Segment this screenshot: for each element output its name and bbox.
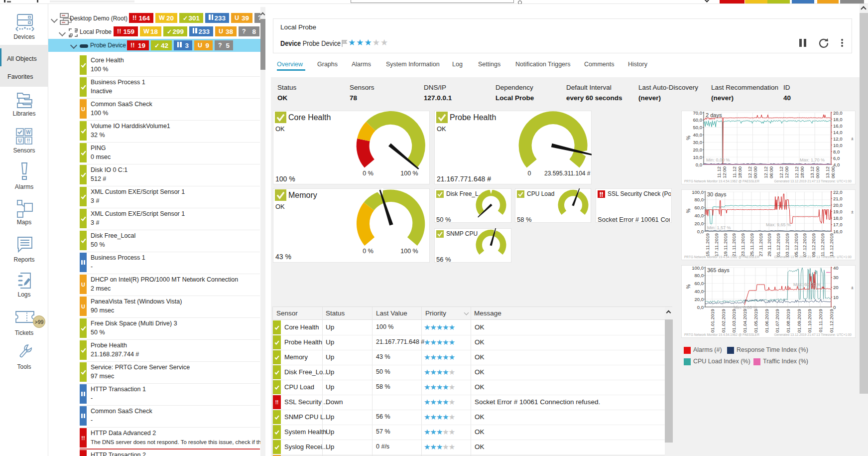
svg-text:70,0: 70,0 — [693, 111, 703, 116]
svg-text:40,0: 40,0 — [695, 213, 704, 218]
svg-text:13.12.2019: 13.12.2019 — [829, 233, 834, 257]
svg-text:12.12: 12.12 — [747, 166, 752, 178]
svg-text:11.12: 11.12 — [732, 166, 737, 178]
svg-text:01.12.2019: 01.12.2019 — [775, 233, 781, 257]
svg-text:Min: 1,57 %: Min: 1,57 % — [707, 225, 731, 230]
svg-text:40,0: 40,0 — [693, 132, 703, 138]
svg-text:10,0: 10,0 — [693, 154, 703, 160]
svg-text:Max: 1,70 %: Max: 1,70 % — [800, 157, 825, 162]
svg-text:20,0: 20,0 — [695, 221, 704, 226]
svg-text:11.12.2019: 11.12.2019 — [820, 233, 825, 257]
svg-text:09.12.2019: 09.12.2019 — [811, 233, 816, 257]
svg-text:00:00: 00:00 — [815, 166, 820, 178]
svg-text:01.06.2019: 01.06.2019 — [764, 309, 769, 333]
svg-text:±: ± — [851, 136, 854, 141]
svg-text:PRTG Network Monitor 19.4.54.1: PRTG Network Monitor 19.4.54.1962 @ PAES… — [684, 179, 759, 183]
svg-text:01.09.2019: 01.09.2019 — [796, 309, 802, 333]
svg-text:20: 20 — [833, 285, 839, 290]
svg-text:06:00: 06:00 — [768, 166, 774, 178]
svg-text:17.11.2019: 17.11.2019 — [714, 233, 719, 257]
svg-text:PRTG Network Monitor 19.4.54.1: PRTG Network Monitor 19.4.54.1962 @ PAES… — [684, 333, 759, 336]
svg-text:01.08.2019: 01.08.2019 — [785, 309, 791, 333]
svg-text:Max: 9,65 %: Max: 9,65 % — [766, 222, 791, 227]
svg-text:12.12: 12.12 — [778, 166, 784, 178]
svg-text:29.11.2019: 29.11.2019 — [766, 233, 772, 257]
svg-text:16,0: 16,0 — [833, 229, 843, 234]
svg-text:30,0: 30,0 — [693, 140, 703, 145]
svg-text:%: % — [686, 209, 691, 213]
svg-text:25.11.2019: 25.11.2019 — [749, 233, 754, 257]
svg-text:%: % — [686, 136, 691, 140]
svg-text:01.01.2019: 01.01.2019 — [710, 309, 715, 333]
svg-text:01.11.2019: 01.11.2019 — [818, 309, 823, 332]
svg-text:0,0: 0,0 — [697, 304, 704, 310]
svg-text:18,0: 18,0 — [833, 117, 843, 122]
svg-text:Max: 60,00 %: Max: 60,00 % — [793, 282, 821, 287]
svg-text:17,0: 17,0 — [833, 222, 843, 227]
svg-text:01.02.2019: 01.02.2019 — [721, 309, 726, 333]
svg-text:60,0: 60,0 — [695, 205, 704, 210]
svg-text:PRTG Network Monitor 19.4.54.1: PRTG Network Monitor 19.4.54.1962 @ PAES… — [684, 255, 759, 259]
svg-text:01.05.2019: 01.05.2019 — [753, 309, 758, 333]
svg-text:6,0: 6,0 — [833, 155, 840, 161]
svg-text:01.10.2019: 01.10.2019 — [807, 309, 812, 333]
svg-text:12:00: 12:00 — [784, 166, 789, 178]
svg-text:12.12: 12.12 — [763, 166, 768, 178]
svg-text:01.12.2019: 01.12.2019 — [829, 309, 834, 333]
svg-text:±: ± — [851, 285, 854, 290]
svg-text:40,0: 40,0 — [695, 289, 704, 294]
svg-text:Min: 0,00 %: Min: 0,00 % — [734, 305, 757, 310]
svg-text:18:00: 18:00 — [799, 166, 805, 178]
svg-text:100,0: 100,0 — [692, 189, 704, 195]
svg-text:50,0: 50,0 — [693, 125, 703, 130]
svg-text:60,0: 60,0 — [693, 117, 703, 123]
svg-text:60,0: 60,0 — [695, 281, 704, 286]
svg-text:19,0: 19,0 — [833, 209, 843, 214]
svg-text:10,0: 10,0 — [833, 143, 843, 148]
svg-text:U: U — [18, 138, 21, 144]
svg-text:18:00: 18:00 — [737, 166, 743, 178]
svg-text:18,0: 18,0 — [833, 215, 843, 221]
svg-text:05.12.2019: 05.12.2019 — [793, 233, 799, 257]
svg-text:0: 0 — [833, 304, 836, 310]
svg-text:03.12.2019: 03.12.2019 — [784, 233, 790, 257]
svg-text:Generated 13.12.2019 21:47:13: Generated 13.12.2019 21:47:13 Timezone: … — [774, 333, 852, 336]
svg-text:01.07.2019: 01.07.2019 — [774, 309, 780, 333]
svg-text:Min: 0,00 %: Min: 0,00 % — [706, 157, 730, 162]
svg-text:365 days: 365 days — [707, 267, 730, 273]
svg-text:11.12: 11.12 — [716, 166, 722, 178]
svg-text:06:00: 06:00 — [830, 166, 836, 178]
svg-text:12.12: 12.12 — [794, 166, 799, 178]
svg-text:!!: !! — [27, 138, 30, 144]
svg-text:19.11.2019: 19.11.2019 — [723, 233, 728, 257]
svg-text:20,0: 20,0 — [833, 111, 843, 116]
svg-text:%: % — [686, 285, 691, 289]
svg-text:Generated 13.12.2019 21:47:13: Generated 13.12.2019 21:47:13 Timezone: … — [774, 255, 852, 259]
svg-text:14,0: 14,0 — [833, 130, 843, 135]
svg-text:13.12: 13.12 — [809, 166, 815, 178]
svg-text:23.11.2019: 23.11.2019 — [740, 233, 745, 257]
svg-text:80,0: 80,0 — [695, 197, 704, 202]
svg-text:01.04.2019: 01.04.2019 — [742, 309, 747, 333]
svg-text:22,0: 22,0 — [833, 189, 843, 195]
svg-text:15.11.2019: 15.11.2019 — [705, 233, 710, 257]
svg-text:10: 10 — [833, 295, 839, 300]
svg-text:20,0: 20,0 — [693, 147, 703, 152]
svg-text:21.11.2019: 21.11.2019 — [731, 233, 737, 257]
svg-text:0,0: 0,0 — [697, 229, 704, 234]
svg-text:30 days: 30 days — [707, 191, 727, 197]
svg-text:01.03.2019: 01.03.2019 — [731, 309, 737, 333]
svg-text:13.12: 13.12 — [825, 166, 830, 178]
svg-text:12:00: 12:00 — [722, 166, 727, 178]
svg-text:20,0: 20,0 — [833, 202, 843, 208]
svg-text:07.12.2019: 07.12.2019 — [802, 233, 807, 257]
svg-text:27.11.2019: 27.11.2019 — [758, 233, 763, 257]
svg-text:80,0: 80,0 — [695, 273, 704, 278]
svg-text:±: ± — [851, 209, 854, 214]
svg-text:30: 30 — [833, 275, 839, 280]
svg-text:Generated 13.12.2019 21:47:13: Generated 13.12.2019 21:47:13 Timezone: … — [774, 179, 852, 183]
svg-text:4,0: 4,0 — [833, 162, 840, 167]
svg-text:21,0: 21,0 — [833, 196, 843, 201]
svg-text:0,0: 0,0 — [696, 162, 702, 167]
svg-text:00:00: 00:00 — [752, 166, 758, 178]
